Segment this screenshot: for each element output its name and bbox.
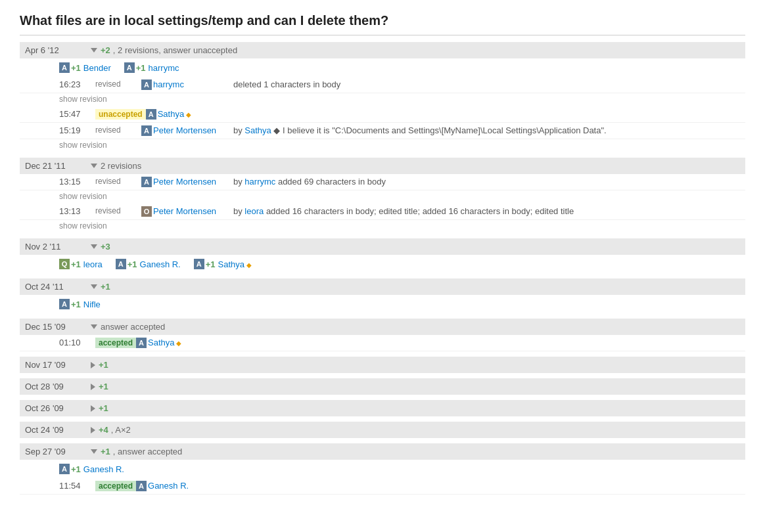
collapse-button[interactable] [91, 244, 97, 249]
diamond-icon: ◆ [244, 261, 252, 269]
expand-button[interactable] [91, 384, 95, 390]
user-link[interactable]: Peter Mortensen [153, 177, 216, 187]
user-link[interactable]: Peter Mortensen [153, 125, 216, 135]
user-entry: A+1Ganesh R. [59, 464, 124, 474]
vote-plus: +1 [71, 299, 81, 309]
user-link[interactable]: Ganesh R. [83, 464, 124, 474]
badge-a: A [146, 109, 156, 120]
user-entry: Nifle [83, 299, 101, 309]
user-link[interactable]: harrymc [153, 79, 184, 89]
badge-a: A [136, 338, 147, 348]
user-link[interactable]: leora [83, 259, 103, 269]
diamond-icon: ◆ [175, 340, 182, 347]
user-entry: Sathya ◆ [148, 338, 181, 347]
by-user-link[interactable]: harrymc [244, 177, 275, 187]
date-row: Dec 15 '09answer accepted [20, 319, 745, 335]
vote-plus: +1 [71, 63, 81, 73]
action-desc: deleted 1 characters in body [233, 79, 745, 89]
action-user-col: ASathya ◆ [136, 338, 228, 348]
date-label: Nov 2 '11 [25, 242, 91, 252]
date-row: Oct 24 '09+4, A×2 [20, 422, 745, 438]
user-link[interactable]: Peter Mortensen [153, 206, 216, 216]
user-entry: harrymc [153, 79, 184, 89]
expand-button[interactable] [91, 427, 95, 433]
badge-a: A [59, 464, 70, 474]
user-link[interactable]: Sathya [148, 338, 174, 347]
user-entry: Ganesh R. [83, 464, 124, 474]
user-row: A+1Ganesh R. [20, 460, 745, 478]
plus-badge: +1 [99, 403, 108, 413]
vote-plus: +1 [71, 259, 81, 269]
date-row: Sep 27 '09+1, answer accepted [20, 443, 745, 460]
badge-a: A [136, 481, 147, 491]
user-link[interactable]: Ganesh R. [140, 259, 181, 269]
collapse-button[interactable] [91, 284, 97, 289]
user-entry: A+1Nifle [59, 299, 101, 309]
badge-q: Q [59, 259, 70, 269]
date-row: Oct 26 '09+1 [20, 400, 745, 416]
action-user-col: OPeter Mortensen [141, 206, 233, 217]
time-label: 16:23 [59, 79, 95, 89]
user-entry: harrymc [149, 63, 179, 73]
collapse-button[interactable] [91, 48, 97, 53]
date-row: Oct 24 '11+1 [20, 278, 745, 295]
user-entry: Peter Mortensen [153, 206, 216, 216]
plus-badge: +1 [99, 360, 108, 370]
summary-rest: , A×2 [111, 425, 131, 435]
show-revision-link[interactable]: show revision [20, 139, 745, 152]
expand-button[interactable] [91, 405, 95, 412]
time-label: 13:15 [59, 177, 95, 187]
expand-button[interactable] [91, 362, 95, 368]
badge-a: A [124, 62, 135, 73]
time-label: 11:54 [59, 481, 95, 491]
user-link[interactable]: Ganesh R. [148, 481, 189, 491]
action-label: revised [95, 177, 141, 186]
action-desc: by harrymc added 69 characters in body [233, 177, 745, 187]
action-user-col: APeter Mortensen [141, 177, 233, 187]
date-label: Oct 24 '11 [25, 282, 91, 292]
user-entry: Peter Mortensen [153, 125, 216, 135]
badge-a: A [141, 125, 152, 136]
user-link[interactable]: Sathya [158, 109, 184, 119]
collapse-button[interactable] [91, 164, 97, 168]
date-row: Nov 2 '11+3 [20, 238, 745, 255]
user-link[interactable]: Sathya [218, 259, 244, 269]
date-row: Oct 28 '09+1 [20, 378, 745, 395]
plus-badge: +1 [101, 447, 110, 456]
action-user-col: AGanesh R. [136, 481, 228, 491]
action-desc: by Sathya ◆ I believe it is "C:\Document… [233, 125, 745, 135]
show-revision-link[interactable]: show revision [20, 220, 745, 233]
user-entry: Ganesh R. [148, 481, 189, 491]
show-revision-link[interactable]: show revision [20, 190, 745, 204]
user-entry: Q+1leora [59, 259, 103, 269]
summary-text: +4, A×2 [99, 425, 131, 435]
summary-text: +3 [101, 242, 113, 252]
summary-text: 2 revisions [101, 161, 141, 171]
summary-text: +1, answer accepted [101, 447, 182, 456]
badge-a: A [116, 259, 126, 269]
time-label: 01:10 [59, 338, 95, 347]
date-label: Oct 28 '09 [25, 382, 91, 391]
date-row: Nov 17 '09+1 [20, 357, 745, 373]
by-user-link[interactable]: Sathya [244, 125, 271, 135]
user-entry: A+1Ganesh R. [116, 259, 181, 269]
user-link[interactable]: Nifle [83, 299, 101, 309]
by-user-link[interactable]: leora [244, 206, 264, 216]
plus-badge: +1 [101, 282, 110, 292]
collapse-button[interactable] [91, 324, 97, 329]
summary-rest: , answer accepted [113, 447, 183, 456]
plus-badge: +1 [99, 382, 108, 391]
timeline: Apr 6 '12+2, 2 revisions, answer unaccep… [20, 42, 745, 495]
action-row: 01:10acceptedASathya ◆ [20, 335, 745, 351]
action-row: 15:19revisedAPeter Mortensenby Sathya ◆ … [20, 123, 745, 139]
time-label: 15:47 [59, 109, 95, 119]
show-revision-link[interactable]: show revision [20, 93, 745, 106]
page-title: What files are in local settings/temp an… [20, 13, 745, 35]
user-entry: leora [83, 259, 103, 269]
user-entry: Sathya ◆ [218, 259, 252, 269]
user-link[interactable]: Bender [83, 63, 111, 73]
collapse-button[interactable] [91, 449, 97, 454]
user-link[interactable]: harrymc [149, 63, 179, 73]
action-desc: by leora added 16 characters in body; ed… [233, 206, 745, 216]
date-label: Dec 21 '11 [25, 161, 91, 171]
